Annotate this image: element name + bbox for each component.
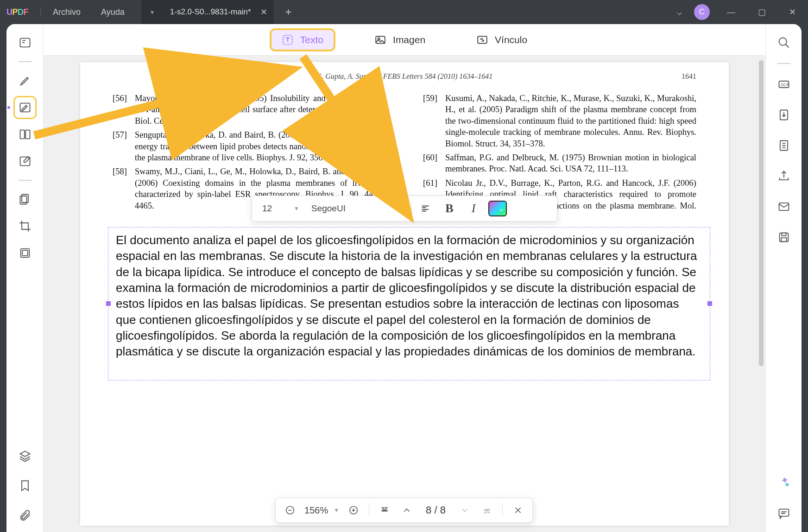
font-family-select[interactable]: SegoeUI▼ [307, 199, 409, 218]
last-page-button[interactable] [477, 500, 497, 520]
separator [19, 180, 32, 181]
svg-rect-0 [20, 38, 30, 47]
zoom-out-button[interactable] [280, 500, 300, 520]
svg-rect-19 [779, 509, 789, 516]
separator [369, 504, 369, 517]
right-toolbar: OCR [765, 24, 802, 532]
titlebar: UPDF Archivo Ayuda ▾ 1-s2.0-S0...9831-ma… [0, 0, 808, 24]
comments-icon[interactable] [774, 503, 794, 524]
edit-link-label: Vínculo [495, 34, 527, 45]
highlight-tool[interactable] [15, 70, 35, 91]
reference-item: [56]Mayor, S. and Maxfield, F.R. (1995) … [113, 93, 386, 127]
font-size-select[interactable]: 12▼ [258, 199, 304, 218]
edit-image-label: Imagen [393, 34, 425, 45]
separator [40, 7, 41, 17]
save-icon[interactable] [774, 227, 794, 247]
separator [777, 63, 790, 64]
zoom-bar: 156%▼ 8 / 8 [275, 498, 533, 523]
page-indicator[interactable]: 8 / 8 [419, 504, 452, 516]
first-page-button[interactable] [375, 500, 394, 520]
layers-icon[interactable] [15, 446, 35, 466]
pages-tool[interactable] [15, 189, 35, 209]
resize-handle-right[interactable] [707, 301, 712, 306]
editable-text-content: El documento analiza el papel de los gli… [116, 233, 697, 358]
bookmark-icon[interactable] [15, 475, 35, 496]
svg-rect-3 [25, 130, 30, 139]
attachment-icon[interactable] [15, 505, 35, 526]
separator [502, 504, 503, 517]
main-menu: Archivo Ayuda [53, 7, 125, 17]
zoom-value-select[interactable]: 156%▼ [303, 505, 341, 516]
close-window-button[interactable]: ✕ [783, 7, 802, 17]
minimize-button[interactable]: — [722, 7, 740, 17]
menu-file[interactable]: Archivo [53, 7, 81, 17]
separator [19, 61, 32, 62]
new-tab-button[interactable]: + [278, 6, 299, 19]
crop-tool[interactable] [15, 216, 35, 236]
link-icon [476, 34, 488, 46]
email-icon[interactable] [774, 196, 794, 217]
app-logo: UPDF [6, 7, 28, 17]
chevron-down-icon: ▼ [398, 205, 404, 212]
svg-rect-8 [22, 250, 28, 256]
reference-item: [59]Kusumi, A., Nakada, C., Ritchie, K.,… [423, 93, 696, 149]
edit-text-label: Texto [300, 34, 323, 45]
page-number: 1641 [682, 72, 696, 81]
separator [411, 202, 412, 215]
edit-link-button[interactable]: Vínculo [466, 30, 537, 50]
zoom-in-button[interactable] [344, 500, 363, 520]
left-toolbar [6, 24, 44, 532]
svg-rect-16 [782, 233, 786, 236]
form-tool[interactable] [15, 151, 35, 171]
chevron-down-icon: ▼ [294, 205, 299, 212]
vertical-scrollbar[interactable] [759, 60, 764, 366]
close-tab-icon[interactable]: ✕ [260, 7, 267, 17]
organize-tool[interactable] [15, 124, 35, 145]
document-tab[interactable]: 1-s2.0-S0...9831-main* ✕ [164, 0, 274, 24]
window-menu-icon[interactable]: ⌵ [677, 7, 682, 17]
maximize-button[interactable]: ▢ [752, 7, 771, 17]
resize-handle-left[interactable] [106, 301, 111, 306]
search-icon[interactable] [774, 32, 794, 53]
compress-icon[interactable] [774, 135, 794, 156]
redact-tool[interactable] [15, 243, 35, 263]
tab-area: ▾ 1-s2.0-S0...9831-main* ✕ + [141, 0, 299, 24]
convert-icon[interactable] [774, 105, 794, 125]
svg-point-9 [779, 38, 786, 45]
text-format-bar: 12▼ SegoeUI▼ B I ⌄ [252, 196, 557, 222]
svg-rect-14 [779, 203, 789, 210]
italic-button[interactable]: I [463, 199, 484, 218]
bold-button[interactable]: B [439, 199, 460, 218]
image-icon [374, 34, 386, 46]
main-area: OCR Texto Imagen Vínculo G [6, 24, 802, 532]
edit-text-button[interactable]: Texto [271, 30, 334, 50]
text-icon [282, 34, 294, 46]
ocr-icon[interactable]: OCR [774, 74, 794, 95]
align-button[interactable] [415, 199, 436, 218]
reader-tool[interactable] [15, 32, 35, 53]
ai-assistant-icon[interactable] [774, 472, 794, 492]
tab-title: 1-s2.0-S0...9831-main* [170, 7, 251, 17]
tab-dropdown-icon[interactable]: ▾ [141, 0, 164, 24]
user-avatar[interactable]: C [694, 4, 710, 20]
svg-point-18 [785, 483, 789, 486]
edit-tool[interactable] [15, 97, 35, 118]
svg-text:OCR: OCR [781, 83, 789, 87]
reference-item: [57]Sengupta, P., Holowka, D. and Baird,… [113, 129, 386, 163]
edit-image-button[interactable]: Imagen [364, 30, 436, 50]
svg-rect-2 [20, 130, 24, 139]
reference-item: [60]Saffman, P.G. and Delbruck, M. (1975… [423, 152, 696, 175]
menu-help[interactable]: Ayuda [101, 7, 125, 17]
font-color-button[interactable]: ⌄ [487, 199, 508, 218]
scrollbar-thumb[interactable] [759, 60, 764, 366]
edit-toolbar: Texto Imagen Vínculo [44, 24, 765, 56]
next-page-button[interactable] [455, 500, 474, 520]
share-icon[interactable] [774, 166, 794, 186]
chevron-down-icon: ⌄ [499, 205, 506, 212]
chevron-down-icon: ▼ [334, 507, 339, 513]
editable-text-box[interactable]: El documento analiza el papel de los gli… [108, 227, 710, 380]
close-bar-button[interactable] [508, 500, 528, 520]
running-head: G. Gupta, A. Surolia / FEBS Letters 584 … [113, 72, 696, 81]
document-viewport[interactable]: G. Gupta, A. Surolia / FEBS Letters 584 … [44, 56, 765, 532]
prev-page-button[interactable] [397, 500, 417, 520]
